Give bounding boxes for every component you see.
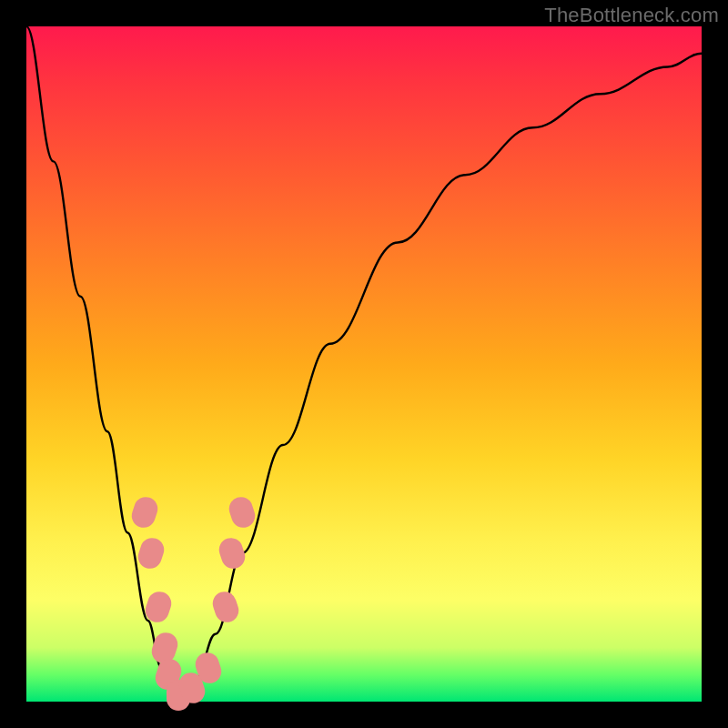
curve-marker (136, 535, 167, 571)
watermark-text: TheBottleneck.com (544, 4, 719, 27)
curve-marker (227, 494, 258, 531)
chart-markers (26, 26, 702, 702)
curve-marker (128, 494, 160, 531)
curve-marker (217, 535, 248, 571)
curve-marker (142, 589, 174, 625)
curve-marker (209, 589, 241, 625)
